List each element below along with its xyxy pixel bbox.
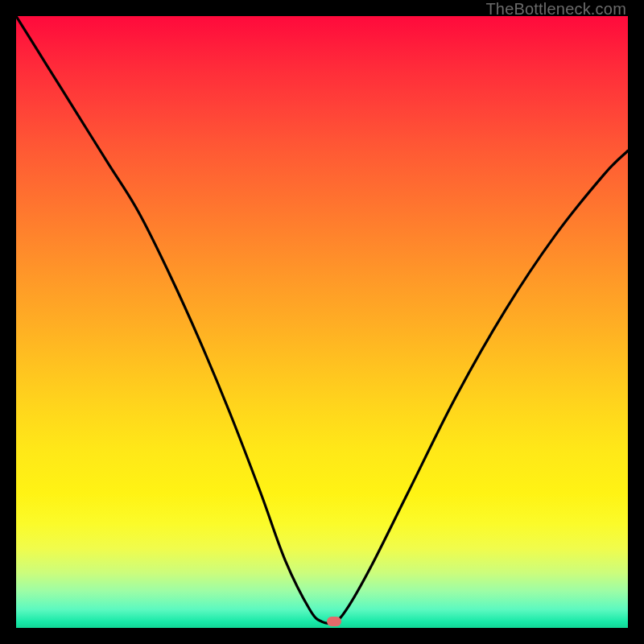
- optimum-marker: [327, 617, 341, 626]
- plot-area: [16, 16, 628, 628]
- chart-frame: TheBottleneck.com: [0, 0, 644, 644]
- bottleneck-curve: [16, 16, 628, 623]
- curve-svg: [16, 16, 628, 628]
